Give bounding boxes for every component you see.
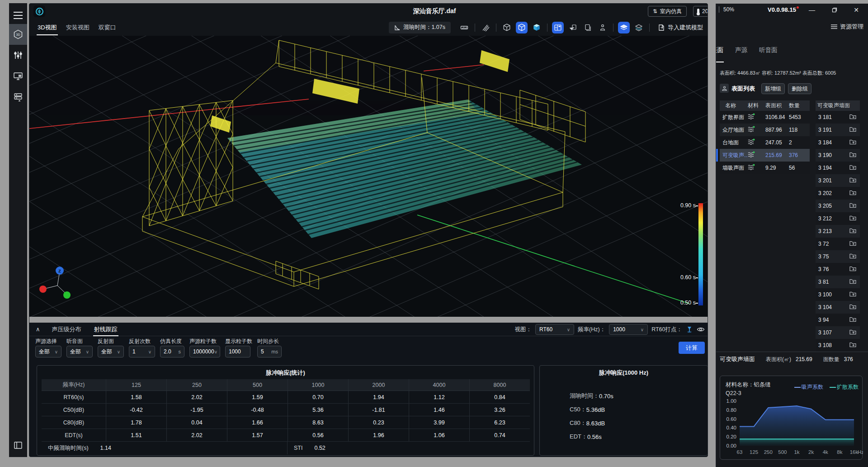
material-icon[interactable] — [748, 151, 765, 159]
wall-id-row[interactable]: 3 202 — [816, 187, 860, 200]
tab-dual-window[interactable]: 双窗口 — [98, 22, 117, 33]
delete-group-button[interactable]: 删除组 — [788, 83, 811, 94]
person-marker-icon[interactable] — [597, 22, 609, 33]
surface-row[interactable]: 扩散界面3106.845453 — [720, 111, 810, 124]
wall-id-row[interactable]: 3 201 — [816, 174, 860, 187]
open-folder-icon[interactable] — [849, 253, 856, 260]
tab-sources[interactable]: 声源 — [735, 45, 748, 60]
surface-row[interactable]: 众厅地面887.96118 — [720, 124, 810, 136]
3d-viewport[interactable]: Z 0.90 s0.60 s0.50 s — [29, 36, 708, 317]
wall-id-row[interactable]: 3 190 — [816, 149, 860, 162]
open-folder-icon[interactable] — [849, 278, 856, 286]
pick-cursor-icon[interactable] — [567, 22, 579, 33]
open-folder-icon[interactable] — [849, 177, 856, 184]
reverb-time-indicator: 混响时间：1.07s — [389, 22, 451, 33]
material-icon[interactable] — [748, 138, 765, 147]
control-input[interactable]: 2.0s — [160, 346, 184, 357]
sidebar-item-3d-view[interactable]: 3D — [9, 24, 27, 45]
open-folder-icon[interactable] — [849, 240, 856, 248]
wireframe-cube-icon[interactable] — [501, 22, 513, 33]
wall-id-row[interactable]: 3 72 — [816, 238, 860, 250]
tab-3d-view[interactable]: 3D视图 — [37, 22, 58, 33]
open-folder-icon[interactable] — [849, 139, 856, 146]
wall-id-row[interactable]: 3 104 — [816, 301, 860, 314]
wall-id-row[interactable]: 3 108 — [816, 339, 860, 352]
wall-id-row[interactable]: 3 81 — [816, 276, 860, 288]
wall-id-row[interactable]: 3 205 — [816, 200, 860, 212]
calculate-button[interactable]: 计算 — [679, 342, 705, 354]
open-folder-icon[interactable] — [849, 202, 856, 210]
wall-id-row[interactable]: 3 184 — [816, 136, 860, 149]
layers-icon-active[interactable] — [618, 22, 630, 33]
control-select[interactable]: 1∨ — [129, 346, 155, 357]
material-icon[interactable] — [748, 113, 765, 121]
solid-cube-icon[interactable] — [531, 22, 542, 33]
tab-spl-distribution[interactable]: 声压级分布 — [51, 323, 82, 336]
open-folder-icon[interactable] — [849, 215, 856, 222]
control-select[interactable]: 全部∨ — [66, 346, 93, 357]
control-input[interactable]: 5ms — [257, 346, 282, 357]
view-select[interactable]: RT60∨ — [535, 324, 574, 335]
close-button[interactable]: ✕ — [851, 5, 862, 15]
layers-icon[interactable] — [633, 22, 645, 33]
open-folder-icon[interactable] — [849, 190, 856, 197]
surface-row[interactable]: 台地面247.052 — [720, 136, 810, 149]
menu-hamburger-icon[interactable] — [9, 9, 27, 22]
tab-surfaces[interactable]: 表面 — [716, 45, 724, 60]
open-folder-icon[interactable] — [849, 329, 856, 336]
wall-id-row[interactable]: 3 213 — [816, 225, 860, 238]
open-folder-icon[interactable] — [849, 316, 856, 324]
document-copy-icon[interactable] — [582, 22, 594, 33]
wall-id-row[interactable]: 3 191 — [816, 124, 860, 136]
wall-id-row[interactable]: 3 100 — [816, 288, 860, 301]
wall-id-row[interactable]: 3 76 — [816, 263, 860, 276]
rt60-pin-icon[interactable] — [686, 326, 693, 333]
sidebar-item-mixer[interactable] — [9, 45, 27, 66]
minimize-button[interactable]: — — [807, 5, 817, 15]
tab-install-view[interactable]: 安装视图 — [65, 22, 90, 33]
horizontal-splitter[interactable] — [29, 317, 708, 323]
sidebar-item-display[interactable] — [9, 66, 27, 86]
measure-ruler-icon[interactable] — [458, 22, 470, 33]
material-icon[interactable] — [748, 164, 765, 172]
visibility-eye-icon[interactable] — [697, 326, 705, 333]
material-icon[interactable] — [748, 126, 765, 134]
open-folder-icon[interactable] — [849, 114, 856, 121]
add-group-button[interactable]: 新增组 — [761, 83, 785, 94]
control-input[interactable]: 1000 — [225, 346, 250, 357]
ray-trace-icon[interactable] — [480, 22, 491, 33]
surface-row[interactable]: 可变吸声...215.69376 — [720, 149, 810, 162]
open-folder-icon[interactable] — [849, 266, 856, 273]
maximize-button[interactable] — [829, 5, 840, 15]
tab-listening-surfaces[interactable]: 听音面 — [759, 45, 778, 60]
control-select[interactable]: 1000000∨ — [189, 346, 220, 357]
surface-row[interactable]: 墙吸声面9.2956 — [720, 162, 810, 174]
open-folder-icon[interactable] — [849, 126, 856, 133]
wall-id-row[interactable]: 3 194 — [816, 162, 860, 174]
wall-id-row[interactable]: 3 94 — [816, 314, 860, 326]
import-model-button[interactable]: 导入建筑模型 — [658, 24, 703, 32]
wall-id-row[interactable]: 3 75 — [816, 250, 860, 263]
sidebar-item-server[interactable] — [9, 86, 27, 107]
open-folder-icon[interactable] — [849, 342, 856, 349]
indoor-simulation-button[interactable]: ⇅ 室内仿真 — [648, 6, 687, 17]
sidebar-item-panel-toggle[interactable] — [9, 436, 27, 454]
wall-id-row[interactable]: 3 181 — [816, 111, 860, 124]
environment-pill[interactable]: 20°C — [693, 6, 708, 17]
wall-id-row[interactable]: 3 107 — [816, 326, 860, 339]
collapse-chevron-icon[interactable]: ∧ — [36, 326, 40, 333]
control-select[interactable]: 全部∨ — [35, 346, 61, 357]
view-label: 视图： — [515, 326, 532, 334]
open-folder-icon[interactable] — [849, 152, 856, 159]
resource-manager-button[interactable]: 资源管理 — [831, 23, 863, 31]
open-folder-icon[interactable] — [849, 164, 856, 172]
wall-id-row[interactable]: 3 212 — [816, 212, 860, 225]
open-folder-icon[interactable] — [849, 291, 856, 298]
open-folder-icon[interactable] — [849, 304, 856, 311]
control-select[interactable]: 全部∨ — [98, 346, 124, 357]
tab-ray-tracing[interactable]: 射线跟踪 — [93, 323, 118, 336]
grid-panel-icon-active[interactable] — [552, 22, 564, 33]
shaded-cube-icon-active[interactable] — [516, 22, 528, 33]
frequency-select[interactable]: 1000∨ — [609, 324, 648, 335]
open-folder-icon[interactable] — [849, 228, 856, 235]
